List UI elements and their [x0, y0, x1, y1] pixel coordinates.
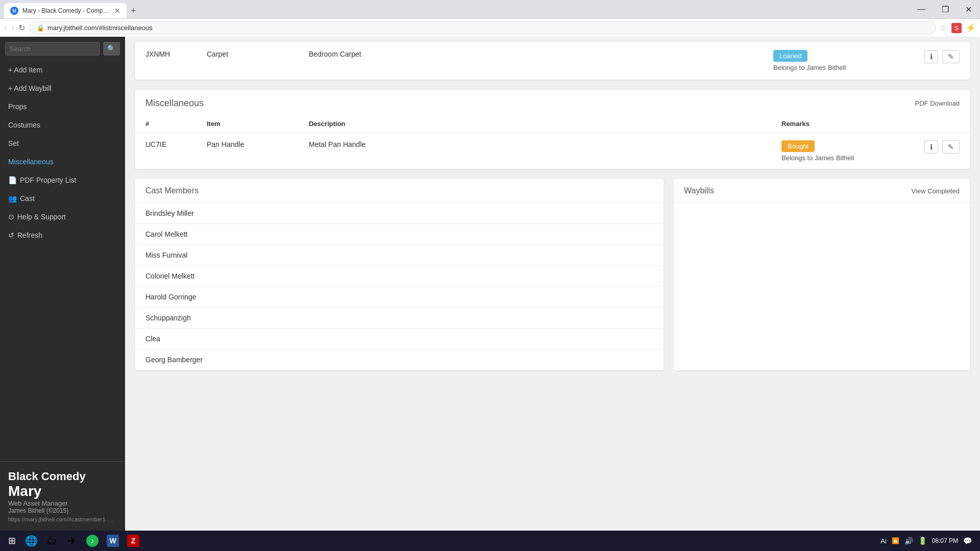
sidebar-item-refresh[interactable]: ↺ Refresh: [0, 226, 125, 244]
help-label: Help & Support: [17, 213, 66, 221]
telegram-taskbar-icon: ✈: [68, 535, 77, 547]
sidebar-item-cast[interactable]: 👥 Cast: [0, 189, 125, 208]
word-taskbar-icon: W: [107, 535, 119, 547]
carpet-actions: ℹ ✎: [924, 50, 960, 63]
carpet-belongs: Belongs to James Bithell: [773, 64, 916, 71]
carpet-card: JXNMH Carpet Bedroom Carpet Loaned Belon…: [135, 42, 970, 80]
taskbar-item-filezilla[interactable]: Z: [124, 532, 142, 550]
taskbar-item-browser[interactable]: 🌐: [22, 532, 40, 550]
props-label: Props: [8, 103, 27, 111]
notification-icon[interactable]: 💬: [963, 537, 972, 545]
volume-icon[interactable]: 🔊: [904, 537, 913, 545]
minimize-button[interactable]: —: [909, 0, 934, 18]
waybills-panel: Waybills View Completed: [674, 179, 970, 370]
lock-icon: 🔒: [37, 24, 44, 32]
sidebar-item-props[interactable]: Props: [0, 97, 125, 116]
pdf-download-button[interactable]: PDF Download: [915, 99, 960, 107]
browser-tab[interactable]: M Mary - Black Comedy - Compan... ✕: [4, 3, 127, 18]
sidebar-item-pdf-property-list[interactable]: 📄 PDF Property List: [0, 171, 125, 189]
window-controls: — ❐ ✕: [909, 0, 980, 18]
cast-item[interactable]: Carol Melkett: [135, 224, 664, 245]
cast-item[interactable]: Clea: [135, 329, 664, 349]
search-button[interactable]: 🔍: [103, 42, 120, 56]
browser-taskbar-icon: 🌐: [25, 535, 38, 547]
search-input[interactable]: [5, 42, 100, 56]
up-arrow-icon[interactable]: 🔼: [892, 537, 899, 544]
taskbar-item-word[interactable]: W: [104, 532, 122, 550]
back-button[interactable]: ‹: [4, 22, 7, 33]
bottom-panels: Cast Members Brindsley Miller Carol Melk…: [135, 179, 970, 370]
waybills-title: Waybills: [684, 186, 714, 195]
show-author: James Bithell (©2015): [8, 507, 117, 514]
main-content: JXNMH Carpet Bedroom Carpet Loaned Belon…: [125, 37, 980, 531]
row-description: Metal Pan Handle: [299, 133, 771, 169]
ai-label[interactable]: Ai: [880, 537, 887, 545]
tab-title: Mary - Black Comedy - Compan...: [22, 7, 110, 14]
bookmark-icon[interactable]: ☆: [940, 23, 947, 33]
misc-table: # Item Description Remarks UC7IE Pan Han…: [135, 115, 970, 169]
pdf-icon: 📄: [8, 176, 17, 184]
carpet-item: Carpet: [207, 50, 309, 58]
explorer-taskbar-icon: 🗂: [46, 535, 57, 547]
carpet-remarks: Loaned Belongs to James Bithell: [773, 50, 916, 71]
cast-item[interactable]: Harold Gorringe: [135, 287, 664, 308]
cast-item[interactable]: Brindsley Miller: [135, 203, 664, 224]
carpet-info-button[interactable]: ℹ: [924, 50, 938, 63]
browser-chrome: M Mary - Black Comedy - Compan... ✕ + — …: [0, 0, 980, 37]
url-text: mary.jbithell.com/#listmiscellaneous: [47, 24, 153, 32]
sidebar-item-add-item[interactable]: + Add Item: [0, 61, 125, 79]
cast-item[interactable]: Colonel Melkett: [135, 266, 664, 287]
taskbar-right: Ai 🔼 🔊 🔋 08:07 PM 💬: [880, 537, 976, 545]
cast-item[interactable]: Georg Bamberger: [135, 349, 664, 370]
view-completed-button[interactable]: View Completed: [912, 187, 960, 195]
taskbar-item-spotify[interactable]: ♪: [83, 532, 102, 550]
miscellaneous-card: Miscellaneous PDF Download # Item Descri…: [135, 90, 970, 169]
sidebar-item-add-waybill[interactable]: + Add Waybill: [0, 79, 125, 97]
col-header-desc: Description: [299, 115, 771, 133]
taskbar-item-explorer[interactable]: 🗂: [42, 532, 61, 550]
new-tab-button[interactable]: +: [127, 4, 140, 18]
misc-section-title: Miscellaneous: [145, 98, 204, 109]
extension-icon-2[interactable]: ⚡: [966, 23, 976, 33]
refresh-button[interactable]: ↻: [18, 23, 25, 33]
col-header-id: #: [135, 115, 197, 133]
col-header-actions: [914, 115, 970, 133]
add-waybill-label: + Add Waybill: [8, 84, 52, 92]
sidebar: 🔍 + Add Item + Add Waybill Props Costume…: [0, 37, 125, 531]
start-button[interactable]: ⊞: [4, 533, 20, 548]
costumes-label: Costumes: [8, 121, 40, 129]
refresh-label: Refresh: [17, 231, 42, 239]
sidebar-item-miscellaneous[interactable]: Miscellaneous: [0, 153, 125, 171]
filezilla-taskbar-icon: Z: [127, 535, 139, 547]
battery-icon: 🔋: [918, 537, 927, 545]
sidebar-item-costumes[interactable]: Costumes: [0, 116, 125, 134]
col-header-remarks: Remarks: [771, 115, 914, 133]
carpet-row: JXNMH Carpet Bedroom Carpet Loaned Belon…: [135, 42, 970, 80]
add-item-label: + Add Item: [8, 66, 42, 74]
tab-close-icon[interactable]: ✕: [114, 7, 120, 15]
cast-item[interactable]: Miss Furnival: [135, 245, 664, 266]
maximize-button[interactable]: ❐: [934, 0, 957, 18]
close-button[interactable]: ✕: [957, 0, 980, 18]
cast-list: Brindsley Miller Carol Melkett Miss Furn…: [135, 203, 664, 370]
sidebar-item-set[interactable]: Set: [0, 134, 125, 153]
row-edit-button[interactable]: ✎: [942, 140, 960, 154]
cast-item[interactable]: Schuppanzigh: [135, 308, 664, 329]
refresh-icon: ↺: [8, 231, 14, 239]
carpet-edit-button[interactable]: ✎: [942, 50, 960, 63]
row-info-button[interactable]: ℹ: [924, 140, 938, 154]
extension-icon-1[interactable]: S: [951, 23, 962, 33]
taskbar-time: 08:07 PM: [932, 537, 958, 544]
taskbar: ⊞ 🌐 🗂 ✈ ♪ W Z Ai 🔼 🔊 🔋 08:07 PM 💬: [0, 531, 980, 551]
sidebar-footer: Black Comedy Mary Web Asset Manager Jame…: [0, 461, 125, 531]
row-actions: ℹ ✎: [914, 133, 970, 169]
forward-button[interactable]: ›: [11, 22, 14, 33]
pdf-property-label: PDF Property List: [20, 176, 76, 184]
show-role: Web Asset Manager: [8, 499, 117, 507]
sidebar-nav: + Add Item + Add Waybill Props Costumes …: [0, 61, 125, 461]
taskbar-item-telegram[interactable]: ✈: [63, 532, 81, 550]
app-layout: 🔍 + Add Item + Add Waybill Props Costume…: [0, 37, 980, 531]
sidebar-item-help[interactable]: ⊙ Help & Support: [0, 208, 125, 226]
address-bar[interactable]: 🔒 mary.jbithell.com/#listmiscellaneous: [29, 21, 936, 34]
set-label: Set: [8, 139, 19, 147]
